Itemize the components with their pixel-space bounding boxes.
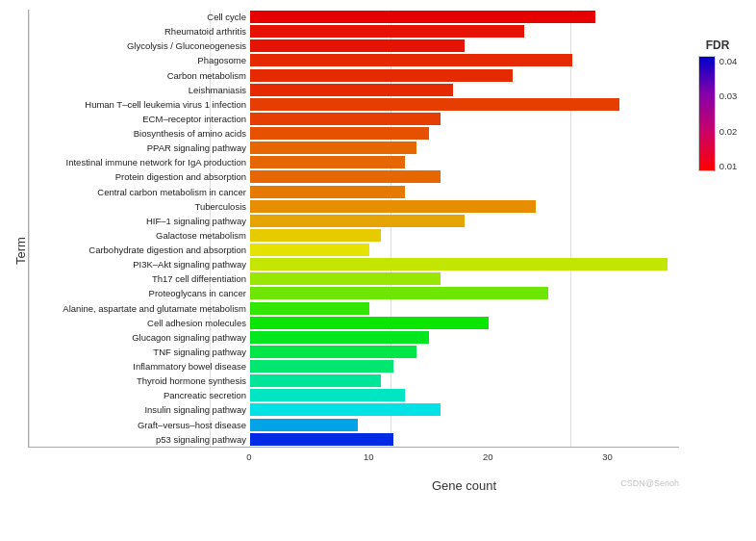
bar-row: Thyroid hormone synthesis [29,374,679,388]
bar-track [250,243,679,257]
bar-label: Galactose metabolism [29,230,250,241]
bar-label: Cell adhesion molecules [29,318,250,328]
bar-fill [250,302,369,315]
legend-title: FDR [706,39,730,52]
bar-fill [250,331,429,344]
bar-track [250,68,679,83]
bar-fill [250,215,465,227]
bar-row: Rheumatoid arthritis [29,24,679,39]
bar-fill [250,54,572,66]
chart-area: Cell cycleRheumatoid arthritisGlycolysis… [28,10,679,493]
x-axis: 0102030 [249,448,679,461]
bar-track [250,83,679,97]
bar-fill [250,25,524,38]
bar-track [250,97,679,112]
bar-label: Leishmaniasis [29,85,250,95]
bar-row: Intestinal immune network for IgA produc… [29,155,679,169]
bar-label: Central carbon metabolism in cancer [29,187,250,197]
bar-row: Pancreatic secretion [29,388,679,402]
bar-row: Th17 cell differentiation [29,271,679,286]
bar-track [250,432,679,447]
x-tick: 30 [602,451,613,462]
legend-ticks: 0.040.030.020.01 [719,56,738,171]
legend-tick: 0.01 [719,161,738,171]
bar-row: Tuberculosis [29,199,679,214]
bar-row: PI3K–Akt signaling pathway [29,257,679,271]
bar-track [250,330,679,345]
legend-area: FDR 0.040.030.020.01 [679,10,746,493]
bar-row: Glucagon signaling pathway [29,330,679,345]
bar-track [250,112,679,126]
bar-track [250,286,679,300]
bar-fill [250,244,369,256]
bar-label: ECM–receptor interaction [29,114,250,124]
bar-track [250,228,679,243]
bar-label: Tuberculosis [29,201,250,212]
bar-label: Inflammatory bowel disease [29,361,250,372]
bar-row: ECM–receptor interaction [29,112,679,126]
bar-label: Carbon metabolism [29,70,250,81]
bar-fill [250,98,619,111]
bar-row: Alanine, aspartate and glutamate metabol… [29,301,679,316]
watermark: CSDN@Senoh [620,478,679,488]
bar-track [250,10,679,24]
bar-label: Cell cycle [29,12,250,22]
chart-wrapper: Term Cell cycleRheumatoid arthritisGlyco… [0,0,756,541]
x-tick: 20 [483,451,493,462]
bar-fill [250,419,358,431]
x-tick: 0 [246,451,251,462]
x-tick: 10 [364,451,374,462]
bar-label: Phagosome [29,55,250,65]
legend-tick: 0.02 [719,126,738,137]
bar-label: Carbohydrate digestion and absorption [29,245,250,255]
bar-label: Pancreatic secretion [29,390,250,400]
bar-label: HIF–1 signaling pathway [29,216,250,226]
bar-label: Insulin signaling pathway [29,404,250,415]
bar-track [250,53,679,67]
bar-label: PPAR signaling pathway [29,142,250,153]
bar-track [250,301,679,316]
bar-label: Intestinal immune network for IgA produc… [29,157,250,167]
bar-row: Insulin signaling pathway [29,402,679,417]
bar-label: Graft–versus–host disease [29,420,250,430]
bar-fill [250,200,536,213]
bar-fill [250,403,441,416]
bar-fill [250,229,381,242]
bar-fill [250,113,441,125]
bar-row: Galactose metabolism [29,228,679,243]
bar-track [250,214,679,228]
bars-container: Cell cycleRheumatoid arthritisGlycolysis… [28,10,679,448]
bar-track [250,345,679,359]
bar-track [250,24,679,39]
bar-label: Alanine, aspartate and glutamate metabol… [29,303,250,314]
bar-track [250,39,679,53]
bar-row: Glycolysis / Gluconeogenesis [29,39,679,53]
bar-label: Thyroid hormone synthesis [29,375,250,386]
bar-track [250,257,679,271]
bar-label: Rheumatoid arthritis [29,26,250,37]
bar-label: Biosynthesis of amino acids [29,128,250,139]
bar-track [250,402,679,417]
bar-fill [250,258,668,270]
bar-fill [250,346,416,358]
bar-fill [250,142,416,154]
bar-label: Human T–cell leukemia virus 1 infection [29,99,250,110]
bar-row: Biosynthesis of amino acids [29,126,679,141]
bar-label: Protein digestion and absorption [29,171,250,182]
legend-tick: 0.04 [719,56,738,66]
bar-row: p53 signaling pathway [29,432,679,447]
bar-fill [250,272,441,285]
bar-track [250,199,679,214]
bar-row: Graft–versus–host disease [29,418,679,432]
bar-row: Proteoglycans in cancer [29,286,679,300]
bar-track [250,155,679,169]
bar-fill [250,374,381,387]
bar-fill [250,84,453,96]
bar-row: HIF–1 signaling pathway [29,214,679,228]
bar-label: Th17 cell differentiation [29,273,250,284]
bar-label: TNF signaling pathway [29,347,250,357]
bar-track [250,316,679,330]
bar-row: Cell adhesion molecules [29,316,679,330]
bar-label: PI3K–Akt signaling pathway [29,259,250,270]
bar-track [250,271,679,286]
